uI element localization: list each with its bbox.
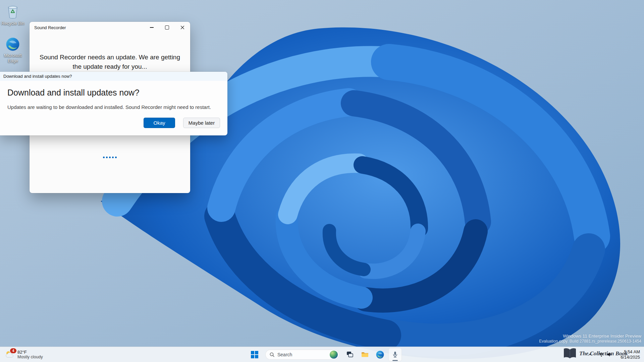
system-tray: 5:54 AM 6/14/2025 <box>586 347 642 362</box>
widgets-notification-badge: 4 <box>10 348 16 353</box>
update-message: Sound Recorder needs an update. We are g… <box>40 53 180 71</box>
tray-overflow-button[interactable] <box>586 351 594 359</box>
quick-settings-button[interactable] <box>596 350 614 359</box>
clock-button[interactable]: 5:54 AM 6/14/2025 <box>619 349 642 361</box>
window-title: Sound Recorder <box>30 25 66 30</box>
clock-date: 6/14/2025 <box>621 355 640 360</box>
weather-text: 82°F Mostly cloudy <box>17 350 43 360</box>
edge-icon <box>5 37 20 52</box>
maximize-button[interactable] <box>159 22 175 33</box>
watermark-line2: Evaluation copy. Build 27881.rs_prerelea… <box>539 339 641 344</box>
window-titlebar[interactable]: Sound Recorder <box>30 22 190 33</box>
file-explorer-icon <box>361 351 369 359</box>
taskbar-center-group: Search <box>248 347 402 362</box>
edge-icon <box>376 350 384 359</box>
search-box[interactable]: Search <box>265 350 339 360</box>
loading-dots <box>30 157 190 158</box>
weather-icon-wrap: 4 <box>5 350 15 360</box>
minimize-button[interactable] <box>144 22 159 33</box>
file-explorer-button[interactable] <box>358 348 372 361</box>
weather-condition: Mostly cloudy <box>17 355 43 360</box>
desktop-icon-label: Recycle Bin <box>1 21 24 26</box>
okay-button[interactable]: Okay <box>144 118 175 128</box>
microsoft-edge-button[interactable] <box>373 348 387 361</box>
taskbar-app-icons <box>343 348 402 361</box>
update-dialog: Download and install updates now? Downlo… <box>0 72 227 135</box>
active-app-indicator <box>392 360 398 361</box>
dialog-titlebar-text: Download and install updates now? <box>3 74 72 79</box>
window-controls <box>144 22 190 33</box>
search-highlight-thumbnail <box>330 351 338 359</box>
minimize-icon <box>150 27 154 27</box>
desktop-icon-label: Microsoft Edge <box>0 53 27 64</box>
dialog-heading: Download and install updates now? <box>7 88 139 98</box>
task-view-button[interactable] <box>343 348 357 361</box>
desktop: Recycle Bin Microsoft Edge Sound Recorde… <box>0 0 644 362</box>
desktop-icon-microsoft-edge[interactable]: Microsoft Edge <box>0 37 27 64</box>
dialog-titlebar: Download and install updates now? <box>0 72 227 81</box>
close-icon <box>180 25 184 29</box>
microphone-icon <box>391 351 399 359</box>
evaluation-watermark: Windows 11 Enterprise Insider Preview Ev… <box>539 334 641 344</box>
search-icon <box>269 352 275 357</box>
start-button[interactable] <box>248 348 261 361</box>
taskbar: 4 82°F Mostly cloudy Search <box>0 347 644 362</box>
volume-icon <box>606 352 612 358</box>
search-placeholder: Search <box>277 352 327 357</box>
desktop-icon-recycle-bin[interactable]: Recycle Bin <box>0 4 27 26</box>
task-view-icon <box>346 351 354 359</box>
dialog-buttons: Okay Maybe later <box>144 118 220 128</box>
weather-temperature: 82°F <box>17 350 43 355</box>
clock-time: 5:54 AM <box>621 349 640 355</box>
dialog-body-text: Updates are waiting to be downloaded and… <box>7 104 220 110</box>
wifi-icon <box>598 352 604 358</box>
widgets-weather-button[interactable]: 4 82°F Mostly cloudy <box>1 347 46 362</box>
watermark-line1: Windows 11 Enterprise Insider Preview <box>539 334 641 339</box>
sound-recorder-button[interactable] <box>388 348 402 361</box>
chevron-up-icon <box>588 352 592 357</box>
maybe-later-button[interactable]: Maybe later <box>183 118 220 128</box>
maximize-icon <box>165 25 169 29</box>
windows-logo-icon <box>251 351 258 358</box>
close-button[interactable] <box>175 22 190 33</box>
recycle-bin-icon <box>5 4 20 19</box>
